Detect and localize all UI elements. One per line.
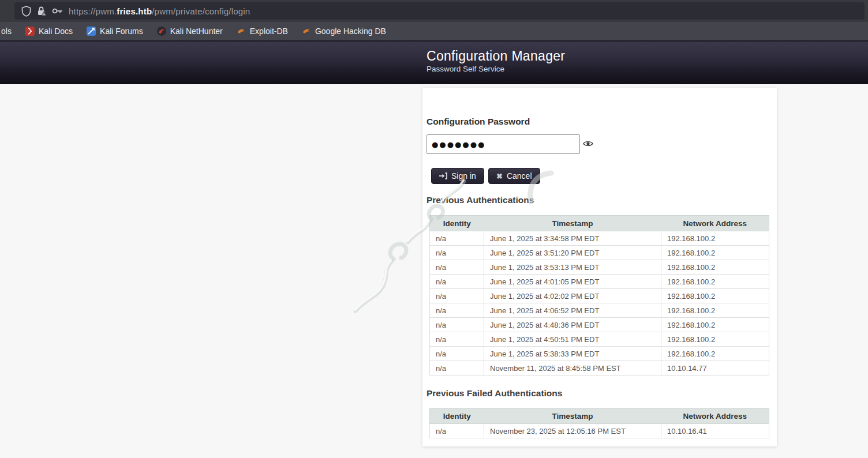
url-text: https://pwm.fries.htb/pwm/private/config… <box>69 6 250 16</box>
table-cell: June 1, 2025 at 3:51:20 PM EDT <box>484 246 661 260</box>
table-row: n/aJune 1, 2025 at 3:51:20 PM EDT192.168… <box>430 246 769 260</box>
table-cell: n/a <box>430 361 484 376</box>
column-header-identity: Identity <box>430 408 484 424</box>
table-row: n/aJune 1, 2025 at 4:50:51 PM EDT192.168… <box>430 332 769 347</box>
column-header-identity: Identity <box>430 216 484 231</box>
column-header-network-address: Network Address <box>661 408 769 424</box>
table-cell: June 1, 2025 at 4:50:51 PM EDT <box>484 332 661 347</box>
table-cell: November 23, 2025 at 12:05:16 PM EST <box>484 424 661 438</box>
table-cell: June 1, 2025 at 3:53:13 PM EDT <box>484 260 661 275</box>
google-hacking-db-icon <box>302 27 311 36</box>
table-row: n/aJune 1, 2025 at 4:01:05 PM EDT192.168… <box>430 275 769 289</box>
table-cell: 10.10.14.77 <box>661 361 769 376</box>
previous-auth-table: Identity Timestamp Network Address n/aJu… <box>429 215 769 376</box>
key-icon[interactable] <box>52 7 63 14</box>
table-cell: 192.168.100.2 <box>661 275 769 289</box>
table-cell: n/a <box>430 260 484 275</box>
table-cell: June 1, 2025 at 4:01:05 PM EDT <box>484 275 661 289</box>
bookmark-kali-tools-truncated[interactable]: ols <box>1 27 12 36</box>
table-cell: 192.168.100.2 <box>661 246 769 260</box>
table-cell: n/a <box>430 231 484 246</box>
table-cell: n/a <box>430 289 484 303</box>
table-cell: n/a <box>430 246 484 260</box>
table-cell: 192.168.100.2 <box>661 318 769 332</box>
login-card: Configuration Password Sign in ✖ Cancel … <box>422 88 777 446</box>
table-header-row: Identity Timestamp Network Address <box>430 408 769 424</box>
url-host: fries.htb <box>117 6 152 16</box>
table-cell: n/a <box>430 318 484 332</box>
table-cell: June 1, 2025 at 4:02:02 PM EDT <box>484 289 661 303</box>
cancel-button[interactable]: ✖ Cancel <box>488 168 540 184</box>
bookmark-exploit-db[interactable]: Exploit-DB <box>237 27 288 36</box>
table-row: n/aJune 1, 2025 at 4:06:52 PM EDT192.168… <box>430 303 769 318</box>
column-header-timestamp: Timestamp <box>484 216 661 231</box>
url-path: /pwm/private/config/login <box>152 6 250 16</box>
table-cell: 192.168.100.2 <box>661 303 769 318</box>
table-cell: June 1, 2025 at 5:38:33 PM EDT <box>484 347 661 361</box>
app-header: Configuration Manager Password Self Serv… <box>0 42 868 84</box>
table-cell: 192.168.100.2 <box>661 260 769 275</box>
page-subtitle: Password Self Service <box>426 65 504 73</box>
bookmark-kali-nethunter[interactable]: Kali NetHunter <box>157 27 223 36</box>
config-password-label: Configuration Password <box>426 117 530 127</box>
table-cell: June 1, 2025 at 3:34:58 PM EDT <box>484 231 661 246</box>
config-password-input[interactable] <box>426 134 580 154</box>
table-cell: June 1, 2025 at 4:06:52 PM EDT <box>484 303 661 318</box>
bookmarks-bar: ols Kali Docs Kali Forums Kali NetHunter… <box>0 22 868 40</box>
table-cell: n/a <box>430 275 484 289</box>
previous-failed-auth-heading: Previous Failed Authentications <box>426 388 562 399</box>
table-cell: 192.168.100.2 <box>661 231 769 246</box>
table-row: n/aJune 1, 2025 at 4:02:02 PM EDT192.168… <box>430 289 769 303</box>
sign-in-button[interactable]: Sign in <box>431 168 484 184</box>
table-cell: n/a <box>430 347 484 361</box>
exploit-db-icon <box>237 27 246 36</box>
table-row: n/aNovember 23, 2025 at 12:05:16 PM EST1… <box>430 424 769 438</box>
table-cell: n/a <box>430 303 484 318</box>
table-row: n/aJune 1, 2025 at 3:34:58 PM EDT192.168… <box>430 231 769 246</box>
cancel-x-icon: ✖ <box>496 172 503 181</box>
table-cell: 192.168.100.2 <box>661 289 769 303</box>
bookmark-google-hacking-db[interactable]: Google Hacking DB <box>302 27 386 36</box>
kali-docs-icon <box>25 27 35 36</box>
lock-warning-icon[interactable] <box>36 6 47 16</box>
table-cell: June 1, 2025 at 4:48:36 PM EDT <box>484 318 661 332</box>
table-cell: n/a <box>430 424 484 438</box>
table-cell: 192.168.100.2 <box>661 332 769 347</box>
previous-auth-heading: Previous Authentications <box>426 195 534 205</box>
page-title: Configuration Manager <box>426 48 565 64</box>
show-password-eye-icon[interactable] <box>582 140 594 149</box>
bookmark-kali-forums[interactable]: Kali Forums <box>87 27 143 36</box>
column-header-timestamp: Timestamp <box>484 408 661 424</box>
kali-forums-icon <box>87 27 96 36</box>
browser-toolbar: https://pwm.fries.htb/pwm/private/config… <box>0 0 868 22</box>
bookmark-kali-docs[interactable]: Kali Docs <box>25 27 73 36</box>
previous-failed-auth-table: Identity Timestamp Network Address n/aNo… <box>429 408 769 438</box>
sign-in-icon <box>439 172 447 179</box>
table-cell: n/a <box>430 332 484 347</box>
table-cell: 10.10.16.41 <box>661 424 769 438</box>
shield-icon[interactable] <box>21 6 31 17</box>
table-row: n/aJune 1, 2025 at 5:38:33 PM EDT192.168… <box>430 347 769 361</box>
table-cell: 192.168.100.2 <box>661 347 769 361</box>
kali-nethunter-icon <box>157 27 166 36</box>
table-cell: November 11, 2025 at 8:45:58 PM EST <box>484 361 661 376</box>
page-body: Configuration Password Sign in ✖ Cancel … <box>0 84 868 458</box>
url-bar[interactable]: https://pwm.fries.htb/pwm/private/config… <box>14 2 865 20</box>
table-row: n/aJune 1, 2025 at 4:48:36 PM EDT192.168… <box>430 318 769 332</box>
table-row: n/aNovember 11, 2025 at 8:45:58 PM EST10… <box>430 361 769 376</box>
table-row: n/aJune 1, 2025 at 3:53:13 PM EDT192.168… <box>430 260 769 275</box>
table-header-row: Identity Timestamp Network Address <box>430 216 769 231</box>
column-header-network-address: Network Address <box>661 216 769 231</box>
